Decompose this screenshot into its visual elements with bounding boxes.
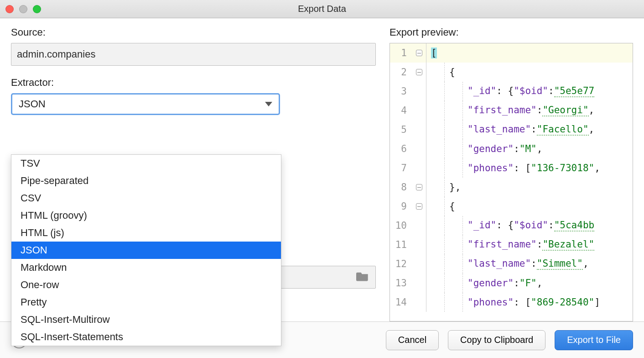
dropdown-item[interactable]: SQL-Insert-Statements bbox=[11, 328, 281, 346]
copy-to-clipboard-button[interactable]: Copy to Clipboard bbox=[448, 330, 545, 350]
line-number: 12 bbox=[390, 258, 412, 269]
line-number: 14 bbox=[390, 297, 412, 308]
line-number: 7 bbox=[390, 163, 412, 174]
dropdown-item[interactable]: Pipe-separated bbox=[11, 172, 281, 190]
fold-gutter[interactable] bbox=[412, 158, 426, 178]
fold-handle-icon[interactable] bbox=[416, 184, 422, 190]
code-line: 11"first_name": "Bezalel" bbox=[390, 235, 633, 254]
cancel-button[interactable]: Cancel bbox=[386, 330, 439, 350]
export-preview[interactable]: 1[2{3"_id": {"$oid": "5e5e774"first_name… bbox=[390, 43, 633, 321]
chevron-down-icon bbox=[265, 102, 272, 106]
extractor-label: Extractor: bbox=[11, 77, 376, 89]
dropdown-item[interactable]: Markdown bbox=[11, 259, 281, 276]
fold-handle-icon[interactable] bbox=[416, 50, 422, 56]
fold-gutter[interactable] bbox=[412, 101, 426, 120]
fold-gutter[interactable] bbox=[412, 293, 426, 312]
fold-gutter[interactable] bbox=[412, 216, 426, 235]
fold-handle-icon[interactable] bbox=[416, 203, 422, 210]
fold-gutter[interactable] bbox=[412, 63, 426, 82]
fold-gutter[interactable] bbox=[412, 178, 426, 197]
code-content: [ bbox=[426, 47, 437, 58]
code-content: "first_name": "Georgi", bbox=[463, 105, 594, 116]
line-number: 10 bbox=[390, 220, 412, 231]
window-title: Export Data bbox=[0, 4, 644, 14]
code-line: 3"_id": {"$oid": "5e5e77 bbox=[390, 82, 633, 101]
code-content: "phones": ["869-28540"] bbox=[463, 297, 600, 308]
export-to-file-button[interactable]: Export to File bbox=[555, 330, 633, 350]
code-content: { bbox=[445, 67, 455, 78]
code-content: }, bbox=[445, 182, 461, 193]
line-number: 4 bbox=[390, 105, 412, 116]
dropdown-item[interactable]: SQL-Insert-Multirow bbox=[11, 311, 281, 328]
dropdown-item[interactable]: HTML (groovy) bbox=[11, 207, 281, 224]
code-content: "_id": {"$oid": "5e5e77 bbox=[463, 85, 594, 97]
line-number: 1 bbox=[390, 47, 412, 58]
line-number: 5 bbox=[390, 124, 412, 135]
fold-gutter[interactable] bbox=[412, 274, 426, 293]
preview-label: Export preview: bbox=[390, 26, 633, 38]
dropdown-item[interactable]: Pretty bbox=[11, 294, 281, 311]
code-line: 13"gender": "F", bbox=[390, 274, 633, 293]
fold-gutter[interactable] bbox=[412, 120, 426, 139]
extractor-dropdown[interactable]: TSVPipe-separatedCSVHTML (groovy)HTML (j… bbox=[11, 154, 281, 346]
titlebar: Export Data bbox=[0, 0, 644, 18]
code-line: 5"last_name": "Facello", bbox=[390, 120, 633, 139]
code-line: 7"phones": ["136-73018", bbox=[390, 158, 633, 178]
line-number: 2 bbox=[390, 67, 412, 78]
code-content: "last_name": "Simmel", bbox=[463, 258, 589, 270]
fold-gutter[interactable] bbox=[412, 235, 426, 254]
dropdown-item[interactable]: JSON bbox=[11, 242, 281, 259]
code-content: "_id": {"$oid": "5ca4bb bbox=[463, 220, 594, 232]
source-input[interactable] bbox=[11, 43, 376, 66]
code-line: 4"first_name": "Georgi", bbox=[390, 101, 633, 120]
source-label: Source: bbox=[11, 26, 376, 38]
code-line: 6"gender": "M", bbox=[390, 139, 633, 158]
dropdown-item[interactable]: CSV bbox=[11, 190, 281, 207]
line-number: 8 bbox=[390, 182, 412, 193]
code-content: "phones": ["136-73018", bbox=[463, 163, 600, 174]
code-line: 1[ bbox=[390, 43, 633, 63]
extractor-selected-text: JSON bbox=[19, 98, 46, 110]
line-number: 11 bbox=[390, 239, 412, 250]
code-line: 10"_id": {"$oid": "5ca4bb bbox=[390, 216, 633, 235]
dropdown-item[interactable]: HTML (js) bbox=[11, 224, 281, 242]
dropdown-item[interactable]: TSV bbox=[11, 155, 281, 172]
line-number: 13 bbox=[390, 278, 412, 289]
fold-gutter[interactable] bbox=[412, 82, 426, 101]
code-content: "gender": "F", bbox=[463, 278, 542, 289]
line-number: 9 bbox=[390, 201, 412, 212]
code-content: { bbox=[445, 201, 455, 212]
code-content: "last_name": "Facello", bbox=[463, 124, 594, 136]
fold-gutter[interactable] bbox=[412, 254, 426, 274]
line-number: 3 bbox=[390, 86, 412, 97]
dropdown-item[interactable]: One-row bbox=[11, 276, 281, 294]
extractor-select[interactable]: JSON bbox=[11, 93, 280, 115]
fold-gutter[interactable] bbox=[412, 139, 426, 158]
code-content: "first_name": "Bezalel" bbox=[463, 239, 594, 251]
code-line: 2{ bbox=[390, 63, 633, 82]
code-line: 8}, bbox=[390, 178, 633, 197]
fold-gutter[interactable] bbox=[412, 43, 426, 63]
code-content: "gender": "M", bbox=[463, 143, 542, 154]
folder-icon[interactable] bbox=[356, 271, 369, 284]
line-number: 6 bbox=[390, 143, 412, 154]
fold-handle-icon[interactable] bbox=[416, 69, 422, 75]
fold-gutter[interactable] bbox=[412, 197, 426, 216]
code-line: 14"phones": ["869-28540"] bbox=[390, 293, 633, 312]
code-line: 9{ bbox=[390, 197, 633, 216]
code-line: 12"last_name": "Simmel", bbox=[390, 254, 633, 274]
